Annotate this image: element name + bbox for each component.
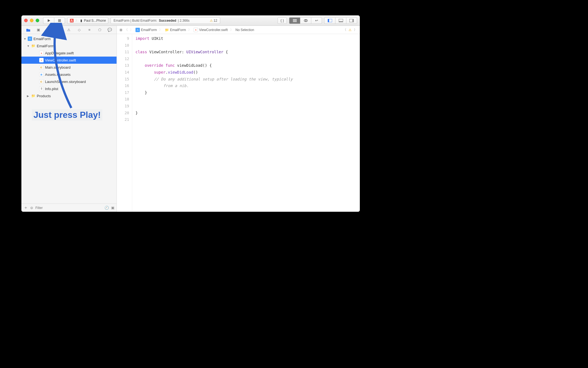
toggle-utilities-button[interactable] — [346, 17, 357, 24]
device-icon: ▮ — [80, 19, 82, 23]
navigator-filter-bar: ＋ ⊜ 🕘 ▣ — [21, 203, 117, 212]
scm-filter-button[interactable]: ▣ — [111, 206, 114, 210]
group-products[interactable]: ▶ 📁 Products — [21, 92, 117, 99]
jump-bar: ⊞ 〈 〉 A EmailForm 〉 📁 EmailForm 〉 s View… — [117, 26, 360, 34]
project-root[interactable]: ▼ A EmailForm — [21, 35, 117, 42]
storyboard-icon: ◧ — [39, 79, 44, 84]
toggle-navigator-button[interactable] — [324, 17, 335, 24]
filter-input[interactable] — [35, 206, 102, 210]
disclosure-icon[interactable]: ▼ — [27, 44, 30, 48]
folder-icon: 📁 — [165, 28, 169, 32]
svg-line-17 — [59, 30, 60, 32]
project-icon: A — [135, 28, 140, 32]
arrows-icon: ↩︎ — [315, 18, 318, 23]
swift-file-icon: s — [194, 28, 198, 32]
editor-area: ⊞ 〈 〉 A EmailForm 〉 📁 EmailForm 〉 s View… — [117, 26, 360, 212]
scheme-selector[interactable]: 🅰️ 〉 ▮ Paul S...Phone — [67, 17, 108, 24]
related-items-button[interactable]: ⊞ — [120, 28, 122, 32]
braces-icon: { } — [281, 18, 284, 23]
editor-mode-segment: ↩︎ — [289, 17, 322, 24]
source-control-navigator-tab[interactable]: ▣ — [36, 27, 41, 33]
filter-icon: ⊜ — [30, 206, 33, 210]
project-navigator-tab[interactable] — [26, 27, 31, 33]
group-emailform[interactable]: ▼ 📁 EmailForm — [21, 42, 117, 49]
svg-rect-0 — [58, 19, 61, 22]
svg-rect-9 — [339, 21, 343, 22]
file-label: Info.plist — [45, 87, 58, 91]
warning-icon: ⚠︎ — [210, 19, 213, 23]
svg-rect-15 — [49, 30, 50, 32]
symbol-navigator-tab[interactable] — [46, 27, 51, 33]
disclosure-icon[interactable]: ▶ — [27, 94, 30, 97]
jumpbar-symbol[interactable]: No Selection — [236, 28, 254, 32]
report-navigator-tab[interactable]: 💬 — [107, 27, 112, 33]
code-content[interactable]: import UIKit class ViewController: UIVie… — [132, 34, 360, 212]
svg-rect-13 — [49, 28, 50, 30]
storyboard-icon: ◧ — [39, 65, 44, 69]
folder-icon: 📁 — [31, 44, 35, 48]
group-label: EmailForm — [37, 44, 54, 48]
zoom-window-button[interactable] — [36, 19, 39, 22]
window-controls — [24, 19, 39, 22]
file-assets[interactable]: ▦ Assets.xcassets — [21, 71, 117, 78]
svg-rect-14 — [47, 30, 48, 32]
test-navigator-tab[interactable]: ◇ — [77, 27, 82, 33]
find-navigator-tab[interactable] — [56, 27, 61, 33]
svg-rect-11 — [352, 19, 354, 22]
plist-icon: ≣ — [39, 87, 44, 91]
project-icon: A — [28, 37, 32, 41]
line-gutter: 9 10 11 12 13 14 15 16 17 18 19 20 21 — [117, 34, 132, 212]
code-review-button[interactable]: { } — [278, 17, 287, 24]
assets-icon: ▦ — [39, 72, 44, 77]
close-window-button[interactable] — [24, 19, 28, 22]
toggle-debug-button[interactable] — [335, 17, 346, 24]
file-viewcontroller[interactable]: s ViewController.swift — [21, 57, 117, 64]
add-button[interactable]: ＋ — [24, 205, 28, 211]
swift-file-icon: s — [39, 58, 44, 62]
scheme-label: Paul S...Phone — [84, 19, 106, 23]
minimize-window-button[interactable] — [30, 19, 33, 22]
navigator-tabs: ▣ ⚠︎ ◇ ≡ ⬠ 💬 — [21, 26, 117, 34]
version-editor-button[interactable]: ↩︎ — [311, 17, 322, 24]
stop-button[interactable] — [54, 17, 65, 24]
disclosure-icon[interactable]: ▼ — [24, 37, 26, 40]
svg-rect-7 — [328, 19, 329, 22]
file-label: AppDelegate.swift — [45, 51, 74, 55]
file-label: Assets.xcassets — [45, 73, 70, 77]
activity-status[interactable]: EmailForm | Build EmailForm: Succeeded |… — [111, 17, 220, 24]
back-button[interactable]: 〈 — [125, 27, 128, 32]
jumpbar-project[interactable]: A EmailForm — [135, 28, 157, 32]
run-stop-segment — [43, 17, 65, 24]
jumpbar-file[interactable]: s ViewController.swift — [194, 28, 228, 32]
file-infoplist[interactable]: ≣ Info.plist — [21, 85, 117, 92]
svg-rect-3 — [293, 21, 297, 22]
svg-rect-1 — [293, 19, 297, 20]
prev-issue-button[interactable]: 〈 — [343, 27, 346, 32]
panel-toggle-segment — [324, 17, 357, 24]
warning-badge[interactable]: ⚠︎ 12 — [210, 19, 217, 23]
file-appdelegate[interactable]: s AppDelegate.swift — [21, 49, 117, 57]
file-launchscreen[interactable]: ◧ LaunchScreen.storyboard — [21, 78, 117, 85]
file-label: ViewController.swift — [45, 58, 76, 62]
recent-filter-button[interactable]: 🕘 — [104, 206, 109, 210]
svg-rect-2 — [293, 20, 297, 21]
jumpbar-group[interactable]: 📁 EmailForm — [165, 28, 186, 32]
file-label: Main.storyboard — [45, 65, 70, 69]
svg-point-16 — [57, 29, 60, 31]
project-name: EmailForm — [33, 37, 51, 41]
issue-indicator-icon[interactable]: ⚠︎ — [349, 28, 352, 32]
status-prefix: EmailForm | Build EmailForm: — [114, 19, 157, 23]
titlebar: 🅰️ 〉 ▮ Paul S...Phone EmailForm | Build … — [21, 15, 360, 26]
assistant-editor-button[interactable] — [300, 17, 311, 24]
next-issue-button[interactable]: 〉 — [354, 27, 357, 32]
run-button[interactable] — [43, 17, 54, 24]
file-main-storyboard[interactable]: ◧ Main.storyboard — [21, 64, 117, 71]
debug-navigator-tab[interactable]: ≡ — [87, 27, 92, 33]
forward-button[interactable]: 〉 — [130, 27, 133, 32]
file-label: LaunchScreen.storyboard — [45, 80, 86, 84]
issue-navigator-tab[interactable]: ⚠︎ — [66, 27, 72, 33]
standard-editor-button[interactable] — [289, 17, 300, 24]
breakpoint-navigator-tab[interactable]: ⬠ — [97, 27, 102, 33]
code-editor[interactable]: 9 10 11 12 13 14 15 16 17 18 19 20 21 im… — [117, 34, 360, 212]
group-label: Products — [37, 94, 51, 98]
